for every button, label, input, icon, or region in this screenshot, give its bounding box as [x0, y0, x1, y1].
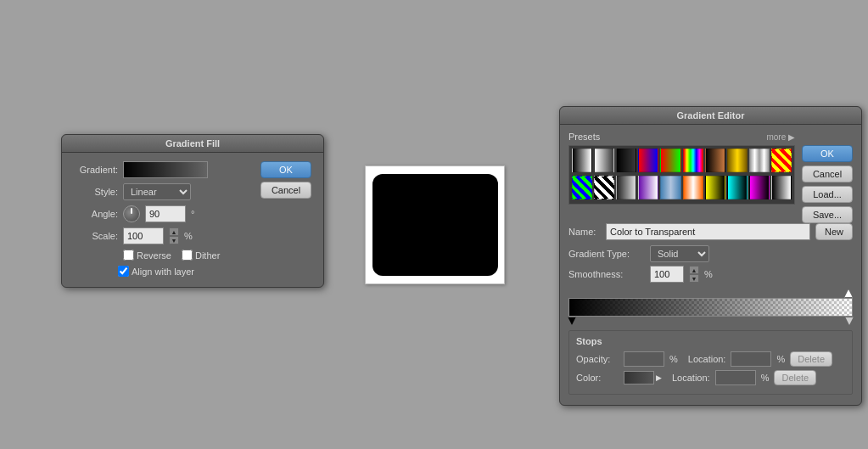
color-label: Color: [576, 373, 619, 383]
ge-save-button[interactable]: Save... [802, 206, 853, 223]
gf-ok-button[interactable]: OK [260, 161, 311, 178]
reverse-checkbox[interactable] [123, 250, 134, 261]
dither-checkbox-label[interactable]: Dither [182, 250, 220, 261]
preset-wt[interactable] [594, 149, 614, 172]
style-label: Style: [74, 187, 118, 197]
opacity-location-pct: % [776, 354, 785, 364]
opacity-delete-button[interactable]: Delete [790, 351, 832, 367]
gradient-fill-title: Gradient Fill [62, 135, 323, 153]
angle-unit: ° [191, 209, 194, 219]
preset-diag2[interactable] [572, 176, 592, 199]
name-label: Name: [568, 227, 601, 237]
smoothness-decrement-btn[interactable]: ▼ [689, 274, 699, 283]
reverse-checkbox-label[interactable]: Reverse [123, 250, 171, 261]
reverse-label: Reverse [137, 250, 171, 261]
ge-new-button[interactable]: New [815, 223, 853, 240]
opacity-stop-right[interactable] [844, 289, 853, 298]
preset-bw[interactable] [572, 149, 592, 172]
smoothness-increment-btn[interactable]: ▲ [689, 266, 699, 274]
ge-cancel-button[interactable]: Cancel [802, 166, 853, 182]
gradient-type-select[interactable]: Solid Noise [650, 245, 709, 262]
angle-knob[interactable] [123, 205, 140, 222]
preset-yellow[interactable] [705, 176, 725, 199]
smoothness-stepper[interactable]: ▲ ▼ [689, 266, 699, 283]
presets-more-button[interactable]: more ▶ [766, 132, 795, 142]
preset-steel[interactable] [660, 176, 680, 199]
color-delete-button[interactable]: Delete [774, 370, 816, 385]
canvas-preview [365, 166, 505, 284]
preset-purple[interactable] [638, 176, 658, 199]
color-location-input[interactable] [715, 370, 756, 385]
ge-ok-button[interactable]: OK [802, 145, 853, 162]
stops-title: Stops [576, 336, 845, 346]
smoothness-label: Smoothness: [568, 269, 645, 279]
angle-label: Angle: [74, 209, 118, 219]
preset-diag1[interactable] [771, 149, 792, 172]
align-checkbox[interactable] [118, 266, 129, 277]
opacity-input[interactable] [624, 351, 664, 367]
gradient-type-row: Gradient Type: Solid Noise [568, 245, 853, 262]
color-stop-left[interactable] [568, 317, 576, 325]
stops-section: Stops Opacity: % Location: % Delete Colo… [568, 330, 853, 395]
scale-stepper[interactable]: ▲ ▼ [169, 227, 179, 244]
gradient-bottom-stops [568, 317, 853, 325]
color-location-label: Location: [672, 373, 710, 383]
gradient-type-label: Gradient Type: [568, 249, 645, 259]
scale-increment-btn[interactable]: ▲ [169, 227, 179, 236]
gradient-top-stops [568, 289, 853, 298]
smoothness-row: Smoothness: ▲ ▼ % [568, 266, 853, 283]
gradient-preview[interactable] [123, 161, 208, 178]
gradient-editor-dialog: Gradient Editor Presets more ▶ [559, 106, 862, 406]
color-stops-row: Color: ▶ Location: % Delete [576, 370, 845, 385]
preset-orange[interactable] [683, 176, 703, 199]
align-checkbox-label[interactable]: Align with layer [118, 266, 194, 277]
gradient-label: Gradient: [74, 165, 118, 175]
smoothness-unit: % [704, 269, 713, 279]
preset-bt[interactable] [616, 149, 636, 172]
color-arrow-icon[interactable]: ▶ [656, 373, 662, 382]
gf-buttons: OK Cancel [260, 161, 311, 277]
scale-unit: % [184, 231, 193, 241]
preset-bw2[interactable] [616, 176, 636, 199]
opacity-pct: % [669, 354, 678, 364]
scale-input[interactable] [123, 227, 164, 244]
gradient-bar[interactable] [568, 298, 853, 317]
opacity-location-label: Location: [688, 354, 726, 364]
dither-label: Dither [195, 250, 220, 261]
angle-input[interactable] [145, 205, 186, 222]
gradient-area [568, 289, 853, 325]
gradient-fill-dialog: Gradient Fill Gradient: Style: Linear Ra… [61, 134, 324, 288]
preset-magenta[interactable] [749, 176, 770, 199]
preset-chrome[interactable] [749, 149, 770, 172]
preset-rg[interactable] [660, 149, 680, 172]
gf-cancel-button[interactable]: Cancel [260, 182, 311, 199]
canvas-inner [372, 174, 498, 276]
preset-cyan[interactable] [727, 176, 748, 199]
ge-load-button[interactable]: Load... [802, 186, 853, 203]
smoothness-input[interactable] [650, 266, 684, 283]
scale-label: Scale: [74, 231, 118, 241]
name-input[interactable] [606, 223, 810, 240]
opacity-label: Opacity: [576, 354, 619, 364]
preset-rainbow[interactable] [683, 149, 703, 172]
color-stop-right[interactable] [845, 317, 854, 325]
name-row: Name: New [568, 223, 853, 240]
style-select[interactable]: Linear Radial Angle Reflected Diamond [123, 183, 191, 200]
opacity-stops-row: Opacity: % Location: % Delete [576, 351, 845, 367]
color-swatch-container: ▶ [624, 371, 662, 384]
opacity-location-input[interactable] [731, 351, 771, 367]
preset-diag3[interactable] [594, 176, 614, 199]
presets-label: Presets more ▶ [568, 132, 795, 142]
preset-copper[interactable] [705, 149, 725, 172]
gradient-overlay [569, 299, 852, 316]
preset-rb[interactable] [638, 149, 658, 172]
align-label: Align with layer [132, 267, 194, 277]
scale-decrement-btn[interactable]: ▼ [169, 236, 179, 244]
gradient-editor-title: Gradient Editor [560, 107, 861, 125]
color-location-pct: % [761, 373, 770, 383]
preset-bw2b[interactable] [771, 176, 792, 199]
dither-checkbox[interactable] [182, 250, 193, 261]
preset-gold[interactable] [727, 149, 748, 172]
color-swatch[interactable] [624, 371, 654, 384]
presets-grid [568, 145, 795, 205]
